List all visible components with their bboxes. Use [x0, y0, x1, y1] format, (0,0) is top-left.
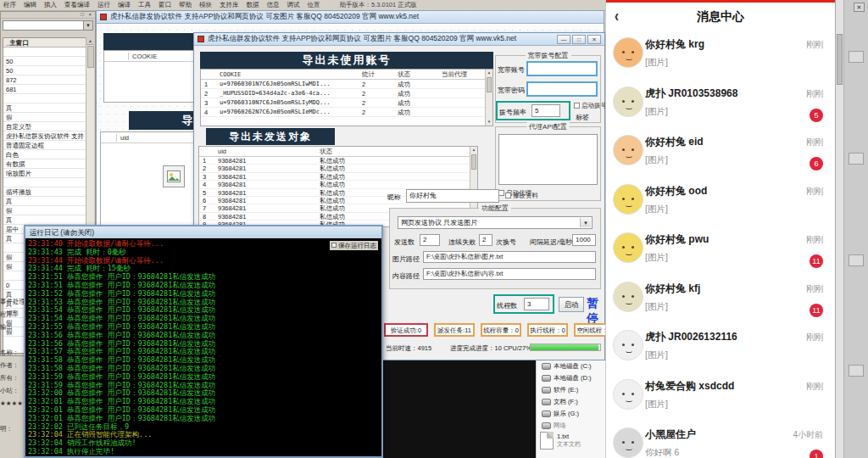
menu-item[interactable]: 工具 [138, 1, 151, 9]
account-row[interactable]: 2 _HUPUSSOID=634d4a2c-a3e6-4ca... 2 成功 [201, 89, 492, 98]
property-value[interactable]: 真 [3, 215, 86, 225]
drive-item[interactable]: 文档 (F:) [537, 396, 605, 408]
scroll-up-arrow-icon[interactable]: ▲ [486, 70, 492, 76]
console-titlebar[interactable]: 运行日记 (请勿关闭) [25, 226, 381, 238]
scrollbar-thumb[interactable] [471, 154, 476, 170]
conversation-item[interactable]: 村兔爱合购 xsdcdd [图片] 刚刚 [606, 372, 835, 422]
drive-item[interactable]: 网络 [537, 420, 605, 432]
property-value[interactable]: 681 [3, 85, 86, 94]
menu-item[interactable]: 程序 [3, 1, 16, 9]
minimize-button[interactable]: — [557, 35, 570, 44]
target-row[interactable]: 2 93684281 私信成功 [199, 165, 477, 172]
dialog-titlebar[interactable]: 虎扑私信群发协议软件 支持APP协议和网页协议 可发图片 客服QQ 804520… [194, 33, 604, 46]
menu-item[interactable]: 帮助 [179, 1, 192, 9]
col-uid[interactable]: uid [218, 147, 320, 156]
chevron-down-icon[interactable]: ▼ [83, 21, 92, 30]
broadband-password-input[interactable] [526, 81, 598, 97]
target-row[interactable]: 1 93684281 私信成功 [199, 157, 477, 165]
drive-item[interactable]: 本地磁盘 (C:) [537, 360, 605, 372]
col-cookie[interactable]: COOKIE [220, 70, 362, 79]
maximize-button[interactable]: □ [572, 35, 586, 44]
col-count[interactable]: 统计 [362, 70, 398, 79]
conversation-item[interactable]: 你好村兔 krg [图片] 刚刚 [606, 31, 835, 80]
menu-item[interactable]: 编辑 [24, 1, 36, 9]
close-button[interactable]: ✕ [587, 35, 601, 44]
property-value[interactable]: 假 [3, 113, 86, 122]
property-value[interactable]: 872 [3, 75, 86, 85]
fail-count-input[interactable]: 2 [479, 234, 492, 246]
back-arrow-icon[interactable]: ‹ [615, 5, 619, 24]
design-window-titlebar[interactable]: 虎扑私信群发协议软件 支持APP协议和网页协议 可发图片 客服QQ 804520… [97, 11, 604, 24]
conversation-item[interactable]: 你好村兔 kfj [图片] 刚刚 11 [606, 275, 835, 324]
design-image-button[interactable] [163, 165, 185, 187]
property-value[interactable]: 50 [3, 57, 86, 66]
conversation-item[interactable]: 你好村兔 eid [图片] 刚刚 6 [606, 128, 835, 177]
target-row[interactable]: 3 93684281 私信成功 [199, 173, 477, 181]
drive-item[interactable]: 本地磁盘 (D:) [537, 372, 605, 384]
property-value[interactable]: 有数据 [3, 159, 86, 169]
pause-label[interactable]: 暂停 [587, 296, 604, 327]
close-icon[interactable]: ✕ [854, 3, 865, 12]
property-value[interactable]: 普通固定边框 [3, 141, 86, 150]
menu-item[interactable]: 运行 [97, 1, 110, 9]
scroll-up-arrow-icon[interactable]: ▲ [86, 37, 94, 45]
menu-item[interactable]: 信息 [267, 1, 280, 9]
menu-item[interactable]: 位置 [308, 1, 320, 9]
conversation-item[interactable]: 小黑屋住户 你好啊 6 4小时前 1 [606, 421, 835, 458]
menu-item[interactable]: 支持库 [220, 1, 239, 9]
send-count-input[interactable]: 2 [420, 234, 440, 246]
accounts-table-scrollbar[interactable]: ▲ ▼ [485, 70, 492, 126]
property-panel-window-buttons[interactable]: □ × [81, 12, 93, 17]
col-status[interactable]: 状态 [320, 147, 364, 156]
unused-accounts-table[interactable]: COOKIE 统计 状态 当前代理 1 u=97060301N7C6Jm05om… [200, 69, 493, 126]
menu-item[interactable]: 插入 [44, 1, 57, 9]
menu-item[interactable]: 窗口 [159, 1, 171, 9]
dial-frequency-input[interactable]: 5 [531, 104, 560, 117]
property-value[interactable]: 白色 [3, 150, 86, 159]
col-status[interactable]: 状态 [398, 70, 442, 79]
nickname-input[interactable]: 你好村兔 [406, 189, 499, 203]
property-value[interactable]: 假 [3, 206, 86, 215]
account-row[interactable]: 4 u=97060262N7C6Jm05omRSLIeMDc... 2 成功 [201, 108, 492, 117]
scroll-down-arrow-icon[interactable]: ▼ [486, 119, 492, 126]
right-scrollbar[interactable] [836, 0, 844, 458]
start-button[interactable]: 启动 [559, 297, 584, 312]
property-value[interactable] [3, 178, 86, 187]
protocol-select[interactable]: 网页发送协议 只发送图片 ▼ [398, 216, 593, 229]
property-value[interactable]: 真 [3, 197, 86, 206]
start-dial-checkbox[interactable]: 启动拨号 [574, 102, 607, 110]
property-value[interactable]: 真 [3, 103, 86, 113]
menu-item[interactable]: 模块 [199, 1, 212, 9]
conversation-item[interactable]: 你好村兔 pwu [图片] 刚刚 11 [606, 226, 835, 275]
property-object-select[interactable]: ▼ [3, 20, 93, 31]
property-value[interactable]: 缩放图片 [3, 169, 86, 178]
target-row[interactable]: 4 93684281 私信成功 [199, 181, 477, 188]
proxy-api-textarea[interactable] [498, 134, 598, 185]
property-value[interactable]: 50 [3, 66, 86, 75]
property-value[interactable]: 自定义型 [3, 122, 86, 131]
conversation-item[interactable]: 你好村兔 ood [图片] 刚刚 [606, 177, 835, 226]
property-value[interactable] [3, 94, 86, 103]
file-item[interactable]: 1.txt 文本文档 [540, 432, 581, 450]
conversation-item[interactable]: 虎扑 JR0103538968 [图片] 刚刚 5 [606, 80, 835, 129]
property-value[interactable]: 虎扑私信群发协议软件 支持 [3, 131, 86, 141]
content-path-input[interactable]: F:\桌面\虎扑私信新\内容.txt [423, 268, 596, 280]
scrollbar-thumb[interactable] [87, 46, 94, 68]
menu-item[interactable]: 数据 [247, 1, 259, 9]
conversation-item[interactable]: 虎扑 JR0026132116 [图片] 刚刚 [606, 323, 835, 372]
property-value[interactable]: 循环播放 [3, 187, 86, 197]
menu-item[interactable]: 调试 [287, 1, 300, 9]
delay-input[interactable]: 1000 [572, 234, 596, 246]
property-value[interactable] [3, 47, 86, 57]
save-log-checkbox[interactable]: 保存运行日志 [330, 241, 378, 250]
menu-item[interactable]: 编译 [118, 1, 131, 9]
scrollbar-thumb[interactable] [487, 77, 492, 92]
image-path-input[interactable]: F:\桌面\虎扑私信新\图片.txt [423, 251, 596, 263]
broadband-account-input[interactable] [526, 61, 598, 76]
modify-profile-checkbox[interactable]: 修改资料 [505, 192, 538, 200]
drive-item[interactable]: 软件 (E:) [537, 384, 605, 396]
scrollbar-thumb[interactable] [837, 34, 843, 85]
account-row[interactable]: 3 u=97060310N7C6Jm05omRSLIyMDQ... 2 成功 [201, 98, 492, 108]
menu-item[interactable]: 查看编译 [64, 1, 90, 9]
thread-count-input[interactable]: 3 [524, 298, 549, 310]
